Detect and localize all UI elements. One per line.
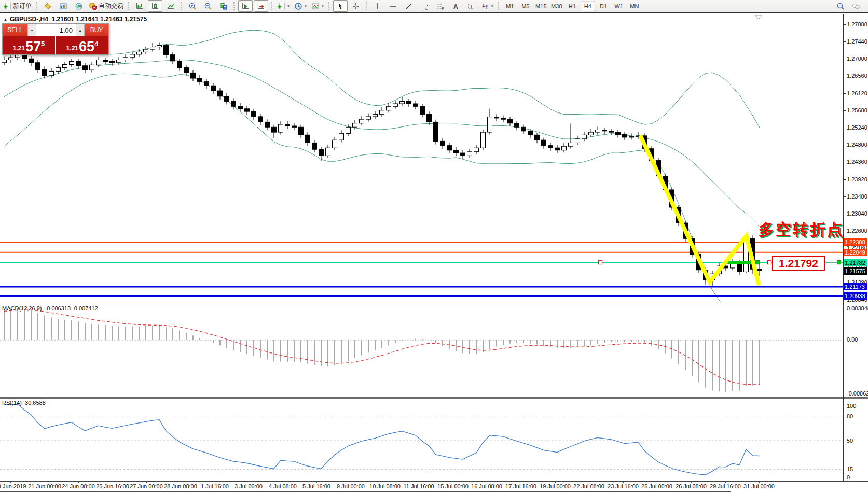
timeframe-m5-button[interactable]: M5 bbox=[518, 1, 533, 11]
equidistant-channel-icon: E bbox=[420, 2, 429, 10]
search-icon bbox=[836, 2, 845, 10]
text-label-button[interactable]: T bbox=[464, 0, 478, 12]
sell-price[interactable]: 1.21 57 5 bbox=[3, 36, 55, 54]
bar-chart-mode-icon bbox=[135, 2, 144, 10]
alerts-icon bbox=[75, 2, 83, 10]
new-chart-button[interactable] bbox=[40, 0, 55, 12]
timeframe-m30-button[interactable]: M30 bbox=[549, 1, 564, 11]
rsi-axis-tick: 15 bbox=[847, 466, 853, 472]
price-tick-label: 1.27440 bbox=[847, 38, 867, 45]
zoom-in-icon bbox=[188, 2, 197, 10]
alerts-button[interactable] bbox=[72, 0, 86, 12]
timeframe-mn-button[interactable]: MN bbox=[627, 1, 642, 11]
price-tick bbox=[843, 76, 846, 76]
macd-pane[interactable] bbox=[0, 304, 843, 397]
price-tick-label: 1.22600 bbox=[847, 228, 867, 234]
vertical-line-button[interactable] bbox=[370, 0, 385, 12]
chat-icon bbox=[852, 2, 860, 10]
rsi-name: RSI(14) bbox=[2, 400, 22, 406]
main-chart-pane[interactable] bbox=[0, 14, 843, 303]
toolbar-separator bbox=[128, 2, 130, 10]
hline-price-label: 1.22049 bbox=[844, 249, 867, 256]
price-tick bbox=[843, 145, 846, 145]
toolbar-right bbox=[833, 0, 864, 12]
autotrading-icon bbox=[89, 2, 97, 10]
search-button[interactable] bbox=[833, 0, 848, 12]
profiles-icon bbox=[59, 2, 67, 10]
trendline-button[interactable] bbox=[402, 0, 416, 12]
bar-chart-mode-button[interactable] bbox=[132, 0, 147, 12]
price-tick-label: 1.24800 bbox=[847, 142, 867, 148]
buy-price-prefix: 1.21 bbox=[66, 44, 78, 53]
macd-axis-top: 0.003848 bbox=[847, 305, 868, 312]
price-tick bbox=[843, 248, 846, 248]
price-tick-label: 1.23480 bbox=[847, 193, 867, 200]
candle-mode-button[interactable] bbox=[148, 0, 162, 12]
new-order-label: 新订单 bbox=[13, 2, 32, 10]
volume-input[interactable] bbox=[36, 24, 76, 36]
cursor-button[interactable] bbox=[333, 0, 348, 12]
horizontal-line-button[interactable] bbox=[386, 0, 401, 12]
buy-button[interactable]: BUY bbox=[85, 24, 108, 36]
auto-scroll-button[interactable] bbox=[254, 0, 268, 12]
chart-shift-button[interactable] bbox=[238, 0, 253, 12]
hline-price-label: 1.21173 bbox=[844, 283, 867, 290]
zoom-out-button[interactable] bbox=[201, 0, 215, 12]
rsi-pane[interactable] bbox=[0, 399, 843, 481]
volume-stepper: ▼ ▲ bbox=[27, 24, 85, 36]
autotrading-button[interactable]: 自动交易 bbox=[87, 0, 125, 12]
hline-price-label: 1.21782 bbox=[844, 259, 867, 266]
price-callout-label[interactable]: 1.21792 bbox=[772, 256, 825, 271]
zoom-in-button[interactable] bbox=[185, 0, 200, 12]
profiles-button[interactable] bbox=[56, 0, 71, 12]
time-label: 1 Jul 16:00 bbox=[201, 483, 229, 489]
chat-button[interactable] bbox=[849, 0, 863, 12]
text-button[interactable]: A bbox=[448, 0, 463, 12]
templates-button[interactable]: ▼ bbox=[310, 0, 326, 12]
buy-price[interactable]: 1.21 65 4 bbox=[55, 36, 108, 54]
price-tick-label: 1.27880 bbox=[847, 21, 867, 27]
new-order-button[interactable]: 新订单 bbox=[2, 0, 33, 12]
arrow-objects-button[interactable]: ▼ bbox=[479, 0, 495, 12]
volume-increase-button[interactable]: ▲ bbox=[76, 24, 85, 36]
price-tick bbox=[843, 128, 846, 128]
time-label: 31 Jul 00:00 bbox=[743, 483, 775, 489]
candle-mode-icon bbox=[151, 2, 159, 10]
time-label: 17 Jul 16:00 bbox=[505, 483, 536, 489]
svg-text:T: T bbox=[470, 4, 473, 9]
timeframe-m1-button[interactable]: M1 bbox=[503, 1, 517, 11]
fibonacci-button[interactable]: F bbox=[433, 0, 447, 12]
tile-windows-button[interactable] bbox=[216, 0, 231, 12]
price-tick bbox=[843, 24, 846, 25]
rsi-axis-tick: 0 bbox=[847, 474, 850, 481]
chart-title: ▲GBPUSD-,H4 1.21601 1.21641 1.21463 1.21… bbox=[3, 16, 147, 23]
templates-icon bbox=[311, 2, 320, 10]
annotation-text[interactable]: 多空转折点 bbox=[759, 219, 844, 241]
toolbar-separator bbox=[328, 2, 330, 10]
equidistant-channel-button[interactable]: E bbox=[417, 0, 432, 12]
sell-price-sup: 5 bbox=[41, 40, 45, 47]
panel-collapse-icon[interactable]: ▲ bbox=[3, 17, 8, 22]
periods-button[interactable]: ▼ bbox=[293, 0, 309, 12]
autotrading-label: 自动交易 bbox=[99, 2, 123, 10]
volume-decrease-button[interactable]: ▼ bbox=[27, 24, 36, 36]
timeframe-h1-button[interactable]: H1 bbox=[565, 1, 580, 11]
sell-button[interactable]: SELL bbox=[3, 24, 27, 36]
crosshair-button[interactable] bbox=[349, 0, 363, 12]
timeframe-w1-button[interactable]: W1 bbox=[612, 1, 626, 11]
tile-windows-icon bbox=[219, 2, 228, 10]
toolbar-separator bbox=[271, 2, 273, 10]
svg-text:F: F bbox=[442, 7, 444, 10]
vertical-line-icon bbox=[374, 2, 382, 10]
price-tick bbox=[843, 300, 846, 300]
toolbar-separator bbox=[181, 2, 183, 10]
price-tick-label: 1.24360 bbox=[847, 159, 867, 165]
timeframe-m15-button[interactable]: M15 bbox=[534, 1, 548, 11]
timeframe-d1-button[interactable]: D1 bbox=[596, 1, 611, 11]
timeframe-h4-button[interactable]: H4 bbox=[581, 1, 595, 11]
toolbar-separator bbox=[498, 2, 500, 10]
indicators-list-button[interactable]: ▼ bbox=[275, 0, 292, 12]
time-label: 29 Jul 16:00 bbox=[710, 483, 741, 489]
toolbar: 新订单自动交易▼▼▼EFAT▼M1M5M15M30H1H4D1W1MN bbox=[0, 0, 868, 13]
line-chart-mode-button[interactable] bbox=[163, 0, 178, 12]
